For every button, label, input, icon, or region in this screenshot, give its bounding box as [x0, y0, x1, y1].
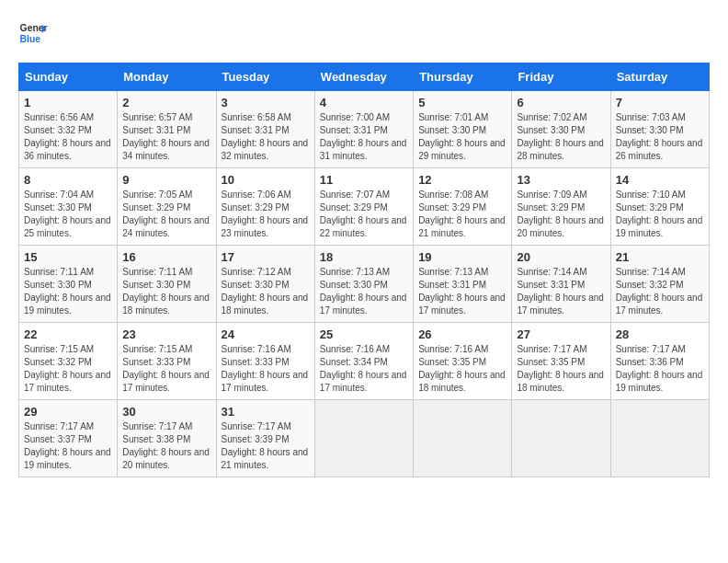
day-number: 16	[122, 250, 210, 264]
day-info: Sunrise: 7:11 AMSunset: 3:30 PMDaylight:…	[122, 266, 210, 317]
header-cell-monday: Monday	[118, 63, 216, 91]
header-cell-saturday: Saturday	[610, 63, 709, 91]
day-number: 2	[122, 96, 210, 109]
calendar-cell: 25 Sunrise: 7:16 AMSunset: 3:34 PMDaylig…	[314, 323, 413, 400]
header-cell-sunday: Sunday	[19, 63, 118, 91]
calendar-week-4: 22 Sunrise: 7:15 AMSunset: 3:32 PMDaylig…	[19, 323, 710, 400]
calendar-cell: 5 Sunrise: 7:01 AMSunset: 3:30 PMDayligh…	[414, 91, 512, 168]
day-info: Sunrise: 7:05 AMSunset: 3:29 PMDaylight:…	[122, 189, 210, 240]
calendar-week-5: 29 Sunrise: 7:17 AMSunset: 3:37 PMDaylig…	[19, 400, 710, 477]
day-number: 12	[418, 173, 506, 187]
day-number: 13	[517, 173, 605, 187]
day-number: 3	[222, 96, 310, 109]
day-info: Sunrise: 7:17 AMSunset: 3:35 PMDaylight:…	[517, 343, 605, 395]
calendar-body: 1 Sunrise: 6:56 AMSunset: 3:32 PMDayligh…	[19, 91, 710, 477]
header-cell-friday: Friday	[512, 63, 610, 91]
day-info: Sunrise: 7:15 AMSunset: 3:33 PMDaylight:…	[122, 343, 210, 395]
calendar-cell: 22 Sunrise: 7:15 AMSunset: 3:32 PMDaylig…	[19, 323, 118, 400]
calendar-cell: 11 Sunrise: 7:07 AMSunset: 3:29 PMDaylig…	[314, 168, 413, 246]
day-number: 17	[222, 250, 310, 264]
day-number: 4	[320, 96, 408, 109]
day-info: Sunrise: 7:10 AMSunset: 3:29 PMDaylight:…	[616, 189, 704, 240]
day-number: 7	[616, 96, 704, 109]
day-number: 22	[24, 327, 112, 341]
day-number: 30	[122, 405, 210, 419]
day-number: 1	[24, 96, 112, 109]
day-info: Sunrise: 6:57 AMSunset: 3:31 PMDaylight:…	[122, 111, 210, 163]
calendar-week-2: 8 Sunrise: 7:04 AMSunset: 3:30 PMDayligh…	[19, 168, 710, 246]
calendar-week-1: 1 Sunrise: 6:56 AMSunset: 3:32 PMDayligh…	[19, 91, 710, 168]
day-info: Sunrise: 6:56 AMSunset: 3:32 PMDaylight:…	[24, 111, 112, 163]
calendar-cell: 30 Sunrise: 7:17 AMSunset: 3:38 PMDaylig…	[118, 400, 216, 477]
calendar-cell: 29 Sunrise: 7:17 AMSunset: 3:37 PMDaylig…	[19, 400, 118, 477]
day-info: Sunrise: 7:13 AMSunset: 3:31 PMDaylight:…	[418, 266, 506, 317]
logo: General Blue	[18, 18, 48, 48]
calendar-cell: 23 Sunrise: 7:15 AMSunset: 3:33 PMDaylig…	[118, 323, 216, 400]
day-info: Sunrise: 7:09 AMSunset: 3:29 PMDaylight:…	[517, 189, 605, 240]
day-info: Sunrise: 7:02 AMSunset: 3:30 PMDaylight:…	[517, 111, 605, 163]
day-number: 5	[418, 96, 506, 109]
calendar-cell	[512, 400, 610, 477]
day-info: Sunrise: 7:01 AMSunset: 3:30 PMDaylight:…	[418, 111, 506, 163]
day-number: 18	[320, 250, 408, 264]
day-info: Sunrise: 7:16 AMSunset: 3:35 PMDaylight:…	[418, 343, 506, 395]
calendar-cell: 14 Sunrise: 7:10 AMSunset: 3:29 PMDaylig…	[610, 168, 709, 246]
day-number: 31	[222, 405, 310, 419]
day-number: 11	[320, 173, 408, 187]
calendar-cell: 18 Sunrise: 7:13 AMSunset: 3:30 PMDaylig…	[314, 246, 413, 323]
calendar-cell: 10 Sunrise: 7:06 AMSunset: 3:29 PMDaylig…	[216, 168, 314, 246]
calendar-cell: 9 Sunrise: 7:05 AMSunset: 3:29 PMDayligh…	[118, 168, 216, 246]
calendar-cell: 26 Sunrise: 7:16 AMSunset: 3:35 PMDaylig…	[414, 323, 512, 400]
calendar-week-3: 15 Sunrise: 7:11 AMSunset: 3:30 PMDaylig…	[19, 246, 710, 323]
day-info: Sunrise: 7:08 AMSunset: 3:29 PMDaylight:…	[418, 189, 506, 240]
day-info: Sunrise: 7:03 AMSunset: 3:30 PMDaylight:…	[616, 111, 704, 163]
header-cell-tuesday: Tuesday	[216, 63, 314, 91]
day-number: 10	[222, 173, 310, 187]
day-info: Sunrise: 7:11 AMSunset: 3:30 PMDaylight:…	[24, 266, 112, 317]
day-number: 9	[122, 173, 210, 187]
calendar-cell: 17 Sunrise: 7:12 AMSunset: 3:30 PMDaylig…	[216, 246, 314, 323]
header-cell-thursday: Thursday	[414, 63, 512, 91]
day-number: 14	[616, 173, 704, 187]
calendar-cell: 8 Sunrise: 7:04 AMSunset: 3:30 PMDayligh…	[19, 168, 118, 246]
calendar-cell: 19 Sunrise: 7:13 AMSunset: 3:31 PMDaylig…	[414, 246, 512, 323]
calendar-cell: 13 Sunrise: 7:09 AMSunset: 3:29 PMDaylig…	[512, 168, 610, 246]
day-info: Sunrise: 7:15 AMSunset: 3:32 PMDaylight:…	[24, 343, 112, 395]
page-header: General Blue	[18, 18, 710, 48]
day-info: Sunrise: 7:12 AMSunset: 3:30 PMDaylight:…	[222, 266, 310, 317]
calendar-table: SundayMondayTuesdayWednesdayThursdayFrid…	[18, 63, 710, 477]
calendar-cell: 31 Sunrise: 7:17 AMSunset: 3:39 PMDaylig…	[216, 400, 314, 477]
day-info: Sunrise: 7:17 AMSunset: 3:37 PMDaylight:…	[24, 420, 112, 472]
calendar-header-row: SundayMondayTuesdayWednesdayThursdayFrid…	[19, 63, 710, 91]
day-info: Sunrise: 7:17 AMSunset: 3:39 PMDaylight:…	[222, 420, 310, 472]
day-info: Sunrise: 6:58 AMSunset: 3:31 PMDaylight:…	[222, 111, 310, 163]
day-info: Sunrise: 7:13 AMSunset: 3:30 PMDaylight:…	[320, 266, 408, 317]
day-number: 28	[616, 327, 704, 341]
day-info: Sunrise: 7:17 AMSunset: 3:36 PMDaylight:…	[616, 343, 704, 395]
day-number: 24	[222, 327, 310, 341]
calendar-cell: 12 Sunrise: 7:08 AMSunset: 3:29 PMDaylig…	[414, 168, 512, 246]
day-info: Sunrise: 7:04 AMSunset: 3:30 PMDaylight:…	[24, 189, 112, 240]
calendar-cell	[610, 400, 709, 477]
calendar-cell: 3 Sunrise: 6:58 AMSunset: 3:31 PMDayligh…	[216, 91, 314, 168]
day-number: 23	[122, 327, 210, 341]
day-info: Sunrise: 7:06 AMSunset: 3:29 PMDaylight:…	[222, 189, 310, 240]
calendar-cell: 6 Sunrise: 7:02 AMSunset: 3:30 PMDayligh…	[512, 91, 610, 168]
calendar-cell: 27 Sunrise: 7:17 AMSunset: 3:35 PMDaylig…	[512, 323, 610, 400]
day-number: 20	[517, 250, 605, 264]
calendar-cell: 28 Sunrise: 7:17 AMSunset: 3:36 PMDaylig…	[610, 323, 709, 400]
calendar-cell: 7 Sunrise: 7:03 AMSunset: 3:30 PMDayligh…	[610, 91, 709, 168]
calendar-cell: 20 Sunrise: 7:14 AMSunset: 3:31 PMDaylig…	[512, 246, 610, 323]
calendar-cell: 4 Sunrise: 7:00 AMSunset: 3:31 PMDayligh…	[314, 91, 413, 168]
calendar-cell: 1 Sunrise: 6:56 AMSunset: 3:32 PMDayligh…	[19, 91, 118, 168]
day-info: Sunrise: 7:07 AMSunset: 3:29 PMDaylight:…	[320, 189, 408, 240]
day-number: 26	[418, 327, 506, 341]
day-info: Sunrise: 7:16 AMSunset: 3:33 PMDaylight:…	[222, 343, 310, 395]
day-number: 8	[24, 173, 112, 187]
day-number: 6	[517, 96, 605, 109]
day-number: 15	[24, 250, 112, 264]
day-info: Sunrise: 7:16 AMSunset: 3:34 PMDaylight:…	[320, 343, 408, 395]
day-info: Sunrise: 7:17 AMSunset: 3:38 PMDaylight:…	[122, 420, 210, 472]
day-number: 27	[517, 327, 605, 341]
calendar-cell: 15 Sunrise: 7:11 AMSunset: 3:30 PMDaylig…	[19, 246, 118, 323]
